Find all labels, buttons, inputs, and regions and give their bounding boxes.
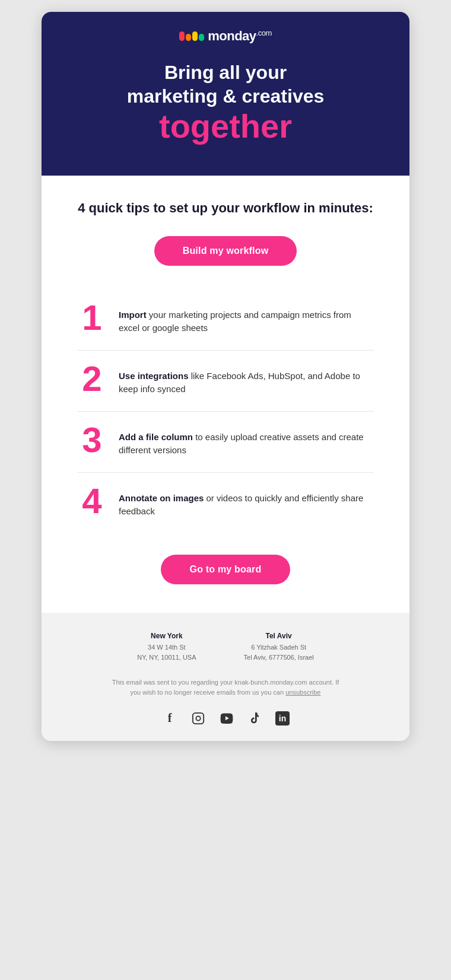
unsubscribe-link[interactable]: unsubscribe xyxy=(285,689,320,696)
facebook-icon[interactable]: f xyxy=(161,710,178,727)
header-line2: marketing & creatives xyxy=(127,85,325,107)
tip-text-2: Use integrations like Facebook Ads, HubS… xyxy=(119,365,374,396)
footer-social: f in xyxy=(65,710,386,727)
main-content: 4 quick tips to set up your workflow in … xyxy=(42,176,409,613)
footer-legal: This email was sent to you regarding you… xyxy=(107,677,344,698)
tip-item-4: 4 Annotate on images or videos to quickl… xyxy=(77,473,374,533)
build-workflow-button[interactable]: Build my workflow xyxy=(154,236,297,266)
youtube-icon[interactable] xyxy=(218,710,235,727)
tip-number-2: 2 xyxy=(77,361,107,397)
instagram-icon[interactable] xyxy=(190,710,207,727)
office-city-new-york: New York xyxy=(137,632,196,640)
logo-brand-name: monday xyxy=(208,28,256,43)
office-new-york: New York 34 W 14th St NY, NY, 10011, USA xyxy=(137,632,196,663)
tip-number-4: 4 xyxy=(77,483,107,519)
header-line3: together xyxy=(65,108,386,145)
office-address-tel-aviv: 6 Yitzhak Sadeh St Tel Aviv, 6777506, Is… xyxy=(244,642,314,663)
office-address-line1-ta: 6 Yitzhak Sadeh St xyxy=(251,644,306,651)
tips-list: 1 Import your marketing projects and cam… xyxy=(77,289,374,533)
logo-text: monday.com xyxy=(208,28,272,44)
tip-text-3: Add a file column to easily upload creat… xyxy=(119,426,374,457)
tip-item-3: 3 Add a file column to easily upload cre… xyxy=(77,412,374,473)
cta-button-wrapper: Build my workflow xyxy=(77,236,374,266)
svg-point-2 xyxy=(201,715,202,715)
footer: New York 34 W 14th St NY, NY, 10011, USA… xyxy=(42,613,409,741)
tips-heading: 4 quick tips to set up your workflow in … xyxy=(77,199,374,217)
tiktok-icon[interactable] xyxy=(247,710,263,727)
office-city-tel-aviv: Tel Aviv xyxy=(244,632,314,640)
tip-number-3: 3 xyxy=(77,422,107,458)
tip-bold-4: Annotate on images xyxy=(119,493,204,503)
tip-number-1: 1 xyxy=(77,300,107,336)
tip-bold-1: Import xyxy=(119,310,147,320)
logo-tld: .com xyxy=(256,28,272,37)
linkedin-icon[interactable]: in xyxy=(275,711,290,726)
monday-logo: monday.com xyxy=(179,28,272,44)
email-header: monday.com Bring all your marketing & cr… xyxy=(42,12,409,176)
office-address-line1-ny: 34 W 14th St xyxy=(148,644,186,651)
tip-bold-3: Add a file column xyxy=(119,432,193,442)
office-tel-aviv: Tel Aviv 6 Yitzhak Sadeh St Tel Aviv, 67… xyxy=(244,632,314,663)
svg-rect-0 xyxy=(193,713,204,724)
tip-bold-2: Use integrations xyxy=(119,371,189,381)
svg-point-1 xyxy=(196,716,200,720)
logo-stripe-green xyxy=(199,34,204,41)
footer-offices: New York 34 W 14th St NY, NY, 10011, USA… xyxy=(65,632,386,663)
office-address-line2-ta: Tel Aviv, 6777506, Israel xyxy=(244,654,314,661)
office-address-line2-ny: NY, NY, 10011, USA xyxy=(137,654,196,661)
header-line1: Bring all your xyxy=(164,62,287,83)
header-headline: Bring all your marketing & creatives tog… xyxy=(65,61,386,145)
logo-stripe-red xyxy=(179,31,185,41)
logo-stripes xyxy=(179,31,204,41)
office-address-new-york: 34 W 14th St NY, NY, 10011, USA xyxy=(137,642,196,663)
go-to-board-button[interactable]: Go to my board xyxy=(161,555,290,584)
tip-text-4: Annotate on images or videos to quickly … xyxy=(119,487,374,518)
tip-text-1: Import your marketing projects and campa… xyxy=(119,304,374,335)
go-board-wrapper: Go to my board xyxy=(77,555,374,584)
logo-stripe-orange xyxy=(186,34,191,41)
tip-item-2: 2 Use integrations like Facebook Ads, Hu… xyxy=(77,351,374,412)
tip-item-1: 1 Import your marketing projects and cam… xyxy=(77,289,374,351)
logo-area: monday.com xyxy=(65,28,386,44)
email-container: monday.com Bring all your marketing & cr… xyxy=(42,12,409,741)
logo-stripe-yellow xyxy=(192,31,198,41)
